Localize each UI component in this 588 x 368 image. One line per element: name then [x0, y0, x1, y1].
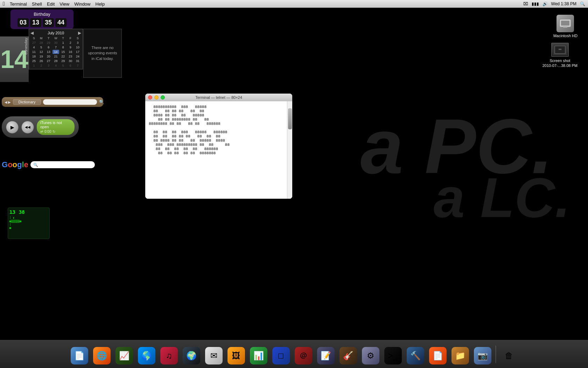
cal-prev[interactable]: ◀ — [30, 30, 34, 35]
terminal-scrollbar[interactable] — [287, 101, 292, 199]
cal-day[interactable]: 20 — [45, 54, 52, 59]
dict-fwd-arrow[interactable]: ▶ — [8, 100, 11, 104]
cal-day[interactable]: 28 — [38, 41, 45, 45]
cal-day[interactable]: 8 — [59, 45, 66, 49]
google-search-input[interactable] — [40, 162, 92, 167]
cal-day[interactable]: 2 — [38, 63, 45, 68]
terminal-maximize-button[interactable] — [161, 95, 165, 100]
dock-item-trash[interactable]: 🗑 — [499, 344, 519, 364]
menu-view[interactable]: View — [59, 1, 69, 7]
cal-day[interactable]: 6 — [67, 63, 74, 68]
dock-item-safari[interactable]: 🌎 — [136, 344, 157, 364]
terminal-content[interactable]: 8888888888 888 88888 88 88 88 88 88 88 8… — [145, 101, 287, 199]
cal-day[interactable]: 3 — [74, 41, 81, 45]
dict-search-input[interactable] — [43, 99, 97, 105]
itunes-prev-button[interactable]: ◀◀ — [21, 121, 34, 134]
dock-item-numbers[interactable]: 📊 — [248, 344, 269, 364]
cal-day[interactable]: 7 — [74, 63, 81, 68]
cal-day[interactable]: 29 — [45, 41, 52, 45]
cal-day[interactable]: 14 — [52, 50, 59, 54]
cal-day[interactable]: 31 — [74, 59, 81, 63]
cal-day[interactable]: 12 — [38, 50, 45, 54]
cal-day[interactable]: 9 — [67, 45, 74, 49]
cal-day[interactable]: 21 — [52, 54, 59, 59]
cal-day[interactable]: 19 — [38, 54, 45, 59]
cal-next[interactable]: ▶ — [78, 30, 81, 35]
terminal-minimize-button[interactable] — [154, 95, 159, 100]
menu-edit[interactable]: Edit — [47, 1, 55, 7]
dock-item-mail[interactable]: ✉ — [204, 344, 224, 364]
dock-item-vmware-fusion[interactable]: □ — [271, 344, 291, 364]
dock-item-gallery[interactable]: 🖼 — [226, 344, 246, 364]
spotlight-icon[interactable]: 🔍 — [580, 1, 585, 6]
cal-day[interactable]: 1 — [30, 63, 37, 68]
cal-day[interactable]: 7 — [52, 45, 59, 49]
menu-window[interactable]: Window — [74, 1, 90, 7]
cal-day[interactable]: 26 — [38, 59, 45, 63]
itunes-shuffle-icon[interactable]: ⇌ — [40, 130, 43, 134]
dock-item-terminal[interactable]: >_ — [383, 344, 403, 364]
dock-item-finder[interactable]: 📄 — [69, 344, 90, 364]
terminal-titlebar: Terminal — telnet — 80×24 — [145, 94, 292, 101]
dock-icon-font-book: ＠ — [295, 347, 312, 364]
cal-day[interactable]: 17 — [74, 50, 81, 54]
dock-item-pages[interactable]: 📄 — [428, 344, 448, 364]
cal-day[interactable]: 27 — [30, 41, 37, 45]
dict-selector[interactable]: Dictionary — [13, 99, 41, 105]
cal-day[interactable]: 11 — [30, 50, 37, 54]
dock-icon-finder: 📄 — [71, 347, 88, 364]
dock-item-itunes[interactable]: ♫ — [159, 344, 179, 364]
dict-back-arrow[interactable]: ◀ — [5, 100, 7, 104]
apple-menu[interactable]:  — [3, 1, 5, 7]
cal-day[interactable]: 30 — [52, 41, 59, 45]
cal-day[interactable]: 1 — [59, 41, 66, 45]
bluetooth-icon[interactable]: ⌧ — [523, 1, 528, 6]
cal-day[interactable]: 30 — [67, 59, 74, 63]
battery-icon: ▮▮▮ — [532, 1, 539, 6]
screenshot-icon[interactable]: ■■ Screen shot2010-07-...38.08 PM — [542, 43, 578, 68]
terminal-window: Terminal — telnet — 80×24 8888888888 888… — [145, 94, 292, 199]
cal-header-T: T — [45, 36, 52, 40]
mini-calendar: ◀ July 2010 ▶ SMTWTFS2728293012345678910… — [29, 29, 83, 69]
cal-day[interactable]: 23 — [67, 54, 74, 59]
cal-day[interactable]: 5 — [59, 63, 66, 68]
cal-day[interactable]: 25 — [30, 59, 37, 63]
menu-terminal[interactable]: Terminal — [10, 1, 27, 7]
itunes-time: 0:00 — [44, 130, 51, 134]
cal-day[interactable]: 24 — [74, 54, 81, 59]
terminal-close-button[interactable] — [148, 95, 152, 100]
cal-day[interactable]: 15 — [59, 50, 66, 54]
cal-day[interactable]: 18 — [30, 54, 37, 59]
dock-item-iphoto[interactable]: 📷 — [472, 344, 493, 364]
menu-shell[interactable]: Shell — [32, 1, 42, 7]
cal-day[interactable]: 5 — [38, 45, 45, 49]
cal-day[interactable]: 27 — [45, 59, 52, 63]
dock-item-xcode[interactable]: 🔨 — [405, 344, 426, 364]
cal-day[interactable]: 4 — [30, 45, 37, 49]
menu-help[interactable]: Help — [96, 1, 105, 7]
dock-item-firefox[interactable]: 🌐 — [92, 344, 112, 364]
dock-item-script-editor[interactable]: 📝 — [316, 344, 336, 364]
dock-item-system-preferences[interactable]: ⚙ — [360, 344, 381, 364]
dock-item-activity-monitor[interactable]: 📈 — [114, 344, 134, 364]
dock-item-network[interactable]: 🌍 — [181, 344, 202, 364]
cal-day[interactable]: 2 — [67, 41, 74, 45]
cal-day[interactable]: 6 — [45, 45, 52, 49]
volume-icon[interactable]: 🔊 — [542, 1, 548, 6]
birthday-widget: Birthday 03 13 35 44 — [10, 9, 74, 29]
cal-day[interactable]: 10 — [74, 45, 81, 49]
dock-item-font-book[interactable]: ＠ — [293, 344, 314, 364]
cal-day[interactable]: 28 — [52, 59, 59, 63]
cal-day[interactable]: 3 — [45, 63, 52, 68]
cal-day[interactable]: 22 — [59, 54, 66, 59]
dock-item-garageband[interactable]: 🎸 — [338, 344, 358, 364]
itunes-repeat-icon[interactable]: ↻ — [52, 130, 55, 134]
cal-day[interactable]: 13 — [45, 50, 52, 54]
cal-day[interactable]: 16 — [67, 50, 74, 54]
dict-nav-arrows: ◀ ▶ — [5, 100, 11, 104]
cal-day[interactable]: 4 — [52, 63, 59, 68]
cal-day[interactable]: 29 — [59, 59, 66, 63]
itunes-play-button[interactable]: ▶ — [6, 121, 19, 134]
dock-item-stacks[interactable]: 📁 — [450, 344, 470, 364]
macintosh-hd-icon[interactable]: Macintosh HD — [553, 15, 578, 38]
